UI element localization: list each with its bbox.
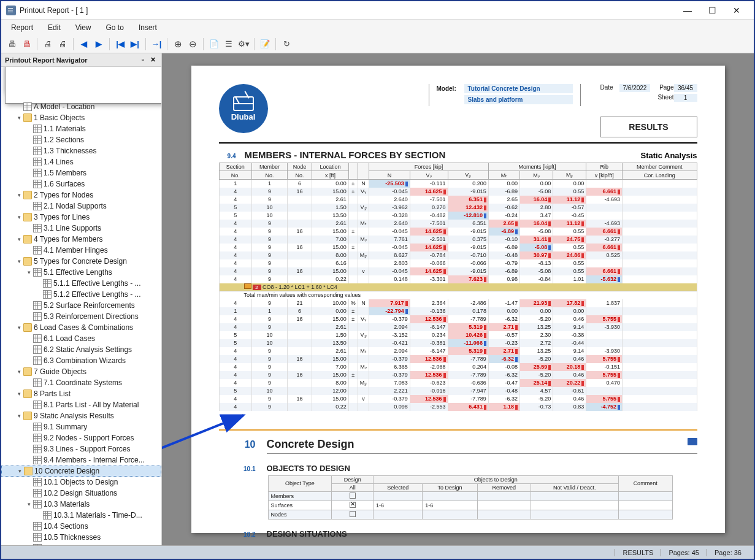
tree-item[interactable]: 10.4 Sections <box>1 521 161 532</box>
menu-view[interactable]: View <box>69 21 98 34</box>
expand-icon[interactable]: ▾ <box>15 258 23 264</box>
expand-icon[interactable]: ▾ <box>25 501 33 507</box>
tree-item[interactable]: 9.3 Lines - Support Forces <box>1 443 161 455</box>
refresh-icon[interactable]: ↻ <box>280 37 293 51</box>
dock-icon[interactable]: ▫ <box>140 56 146 64</box>
menu-report[interactable]: Report <box>5 21 39 34</box>
minimize-button[interactable]: — <box>675 2 700 19</box>
first-icon[interactable]: |◀ <box>113 37 127 51</box>
tree-item[interactable]: 4.1 Member Hinges <box>1 245 161 256</box>
expand-icon[interactable]: ▾ <box>15 468 24 474</box>
grid-icon <box>43 511 52 520</box>
model-value: Tutorial Concrete Design <box>464 84 573 93</box>
tree-label: 8.1 Parts List - All by Material <box>44 401 139 409</box>
expand-icon[interactable]: ▾ <box>15 324 23 331</box>
tree-item[interactable]: 5.2 Surface Reinforcements <box>1 300 161 311</box>
printer-settings-icon[interactable]: 🖨 <box>56 37 69 51</box>
grid-icon <box>33 180 42 188</box>
header-right: Date7/6/2022Page36/45 Sheet1 RESULTS <box>593 84 697 137</box>
tree-item[interactable]: 5.1.1 Effective Lengths - ... <box>1 278 161 289</box>
prev-icon[interactable]: ◀ <box>77 37 91 51</box>
folder-icon <box>23 389 32 398</box>
tree-item[interactable]: 1.6 Surfaces <box>1 178 161 190</box>
menu-edit[interactable]: Edit <box>42 21 67 34</box>
tree-item[interactable]: 1.5 Members <box>1 167 161 178</box>
zoom-out-icon[interactable]: ⊖ <box>186 37 199 51</box>
table-row: 490.220.148-3.3017.6230.98-0.841.01-5.63… <box>219 275 697 283</box>
tree-item[interactable]: 2.1 Nodal Supports <box>1 201 161 212</box>
menu-bar: ReportEditViewGo toInsert <box>1 20 754 35</box>
tree-item[interactable]: ▾6 Load Cases & Combinations <box>1 322 161 333</box>
next-icon[interactable]: ▶ <box>92 37 105 51</box>
print-icon[interactable]: 🖶 <box>5 37 18 51</box>
expand-icon[interactable]: ▾ <box>15 192 23 198</box>
tree-item[interactable]: 1.3 Thicknesses <box>1 145 161 156</box>
page-setup-icon[interactable]: 📄 <box>207 37 221 51</box>
sort-icon[interactable]: ☰ <box>222 37 236 51</box>
table-row: 491615.00±-0.04514.625-9.015-6.89-5.080.… <box>219 228 697 236</box>
tree-item[interactable]: 10.5 Thicknesses <box>1 532 161 543</box>
tree-label: 6.1 Load Cases <box>44 334 95 343</box>
preview-area[interactable]: Dlubal Model:Tutorial Concrete Design Sl… <box>162 53 754 545</box>
tree-view[interactable]: CoverContents▾RFEMA Model - Location▾1 B… <box>1 67 161 545</box>
tree-item[interactable]: 6.2 Static Analysis Settings <box>1 344 161 355</box>
tree-item[interactable]: 10.3.1 Materials - Time-D... <box>1 510 161 521</box>
expand-icon[interactable]: ▾ <box>15 391 23 397</box>
grid-icon <box>33 334 42 343</box>
last-icon[interactable]: ▶| <box>128 37 142 51</box>
edit-icon[interactable]: 📝 <box>258 37 272 51</box>
status-bar: RESULTS Pages: 45 Page: 36 <box>1 545 754 559</box>
menu-go-to[interactable]: Go to <box>100 21 130 34</box>
tree-item[interactable]: 8.1 Parts List - All by Material <box>1 399 161 410</box>
tree-item[interactable]: 5.1.2 Effective Lengths - ... <box>1 289 161 300</box>
expand-icon[interactable]: ▾ <box>15 115 23 121</box>
tree-item[interactable]: ▾3 Types for Lines <box>1 212 161 223</box>
tree-item[interactable]: ▾9 Static Analysis Results <box>1 410 161 421</box>
filter-icon[interactable]: ⚙▾ <box>237 37 250 51</box>
grid-icon <box>33 445 42 453</box>
tree-item[interactable]: 9.1 Summary <box>1 421 161 432</box>
section-10-num: 10 <box>219 439 256 450</box>
tree-item[interactable]: ▾8 Parts List <box>1 388 161 399</box>
grid-icon <box>33 169 42 177</box>
close-button[interactable]: ✕ <box>724 2 749 19</box>
table-row: 491615.00±-0.37912.536-7.789-6.32-5.200.… <box>219 371 697 379</box>
tree-item[interactable]: ▾1 Basic Objects <box>1 112 161 123</box>
tree-item[interactable]: 7.1 Coordinate Systems <box>1 377 161 388</box>
tree-item[interactable]: 5.3 Reinforcement Directions <box>1 311 161 322</box>
expand-icon[interactable]: ▾ <box>15 214 23 220</box>
menu-insert[interactable]: Insert <box>132 21 163 34</box>
folder-icon <box>23 323 32 332</box>
tree-item[interactable]: ▾7 Guide Objects <box>1 366 161 377</box>
tree-item[interactable]: 10.2 Design Situations <box>1 488 161 499</box>
goto-icon[interactable]: →| <box>150 37 163 51</box>
tree-item[interactable]: 10.1 Objects to Design <box>1 477 161 488</box>
tree-item[interactable]: 1.1 Materials <box>1 123 161 134</box>
print-cancel-icon[interactable]: 🖶 <box>20 37 33 51</box>
expand-icon[interactable]: ▾ <box>15 413 23 419</box>
tree-item[interactable]: 1.2 Sections <box>1 134 161 145</box>
tree-item[interactable]: 9.2 Nodes - Support Forces <box>1 432 161 443</box>
zoom-in-icon[interactable]: ⊕ <box>171 37 185 51</box>
tree-item[interactable]: ▾4 Types for Members <box>1 234 161 245</box>
tree-item[interactable]: 6.3 Combination Wizards <box>1 355 161 366</box>
tree-item[interactable]: Contents <box>1 79 161 90</box>
tree-item[interactable]: ▾10.6 Strength Configurations <box>1 543 161 545</box>
grid-icon <box>33 434 42 442</box>
expand-icon[interactable]: ▾ <box>15 369 23 375</box>
maximize-button[interactable]: ☐ <box>700 2 724 19</box>
expand-icon[interactable]: ▾ <box>25 269 33 275</box>
tree-item[interactable]: 6.1 Load Cases <box>1 333 161 344</box>
tree-item[interactable]: 3.1 Line Supports <box>1 223 161 234</box>
tree-item[interactable]: 9.4 Members - Internal Force... <box>1 455 161 466</box>
tree-item[interactable]: ▾5 Types for Concrete Design <box>1 256 161 267</box>
tree-item[interactable]: ▾2 Types for Nodes <box>1 190 161 201</box>
tree-item[interactable]: ▾10.3 Materials <box>1 499 161 510</box>
grid-icon <box>33 401 42 409</box>
expand-icon[interactable]: ▾ <box>15 236 23 242</box>
tree-item[interactable]: 1.4 Lines <box>1 156 161 167</box>
tree-item[interactable]: ▾5.1 Effective Lengths <box>1 267 161 278</box>
tree-item[interactable]: ▾10 Concrete Design <box>1 466 161 477</box>
printer-icon[interactable]: 🖨 <box>41 37 55 51</box>
nav-close-icon[interactable]: ✕ <box>148 56 158 64</box>
